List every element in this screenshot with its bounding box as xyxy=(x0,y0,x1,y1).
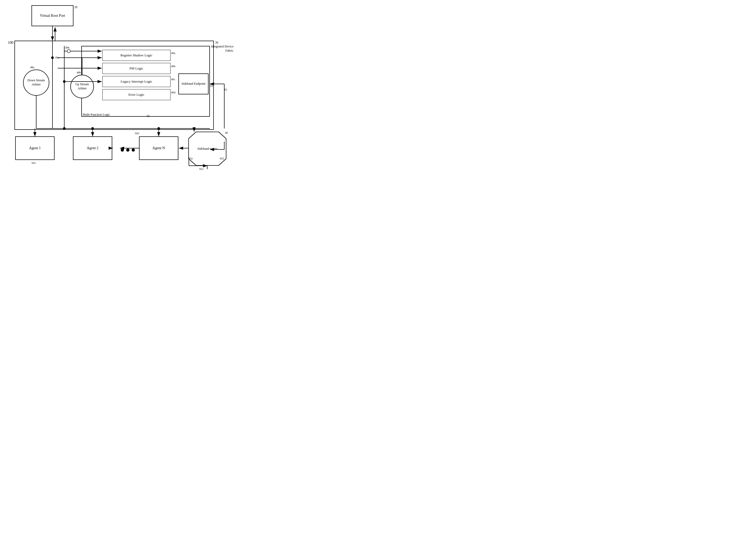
svg-point-34 xyxy=(51,56,54,59)
ref-652-label: 652 xyxy=(220,157,224,160)
pm-logic-box: PM Logic xyxy=(102,63,171,74)
down-stream-arbiter-circle: Down Stream Arbiter xyxy=(23,70,49,96)
ref-20-label: 20 xyxy=(74,5,77,9)
agentN-label: Agent N xyxy=(152,146,165,151)
ref-503-label: 503 xyxy=(135,132,139,135)
ref-35-label: 35 xyxy=(210,84,213,88)
ref-40a-label: 40a xyxy=(171,51,175,55)
ref-49a-label: 49a xyxy=(55,56,59,59)
sideband-router-container: Sideband router xyxy=(188,132,226,166)
error-logic-label: Error Logic xyxy=(128,93,144,97)
error-logic-box: Error Logic xyxy=(102,89,171,100)
agent2-label: Agent 2 xyxy=(87,146,99,151)
pm-logic-label: PM Logic xyxy=(130,66,143,71)
down-stream-arbiter-label: Down Stream Arbiter xyxy=(24,78,49,87)
agent1-label: Agent 1 xyxy=(29,146,41,151)
ref-501-label: 501 xyxy=(31,161,36,165)
legacy-interrupt-logic-label: Legacy Interrupt Logic xyxy=(121,80,152,84)
diagram: Virtual Root Port 20 100 30 Integrated D… xyxy=(0,0,236,171)
ref-48a-label: 48a xyxy=(30,66,34,69)
legacy-interrupt-logic-box: Legacy Interrupt Logic xyxy=(102,76,171,87)
agent2-box: Agent 2 xyxy=(73,136,112,160)
svg-point-33 xyxy=(193,127,195,130)
ref-40b-label: 40b xyxy=(171,65,175,68)
agent1-box: Agent 1 xyxy=(15,136,55,160)
svg-point-35 xyxy=(63,80,66,83)
ref-49b-label: 49b xyxy=(65,46,70,49)
ref-48b-label: 48b xyxy=(77,71,81,74)
svg-point-32 xyxy=(157,127,160,130)
multi-function-label: Multi-Function Logic xyxy=(83,113,110,117)
sideband-endpoint-box: Sideband Endpoint xyxy=(178,73,209,94)
ref-62-label: 62 xyxy=(224,88,227,91)
virtual-root-port-box: Virtual Root Port xyxy=(31,5,73,26)
register-shadow-logic-box: Register Shadow Logic xyxy=(102,50,171,61)
up-stream-arbiter-circle: Up Stream Arbiter xyxy=(70,75,94,98)
ref-65n-label: 65n xyxy=(188,157,193,160)
ref-30-label: 30 xyxy=(215,41,218,45)
ref-651-label: 651 xyxy=(199,167,204,171)
sideband-router-label: Sideband router xyxy=(189,132,226,165)
ref-100-label: 100 xyxy=(8,41,13,45)
ref-60-label: 60 xyxy=(225,131,228,134)
sideband-endpoint-label: Sideband Endpoint xyxy=(182,82,206,86)
virtual-root-port-label: Virtual Root Port xyxy=(40,13,65,18)
register-shadow-logic-label: Register Shadow Logic xyxy=(120,53,152,58)
ellipsis: ●●● xyxy=(120,146,137,154)
up-stream-arbiter-label: Up Stream Arbiter xyxy=(71,82,93,91)
agentN-box: Agent N xyxy=(139,136,178,160)
ref-40c-label: 40c xyxy=(171,78,175,81)
svg-point-30 xyxy=(63,127,66,130)
ref-42-label: 42 xyxy=(146,114,150,118)
integrated-device-fabric-label: Integrated Device Fabric xyxy=(210,45,233,53)
svg-point-6 xyxy=(67,50,70,53)
ref-40d-label: 40d xyxy=(171,91,175,94)
svg-point-31 xyxy=(91,127,94,130)
